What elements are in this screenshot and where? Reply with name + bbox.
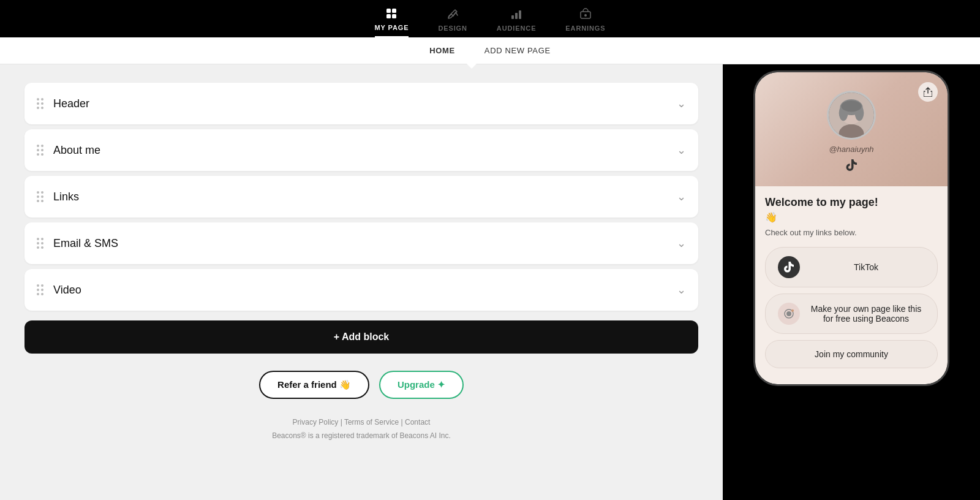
block-header[interactable]: Header ⌄ [24,83,698,124]
chevron-video[interactable]: ⌄ [677,283,686,297]
beacons-link-icon [778,303,800,325]
welcome-subtitle: Check out my links below. [765,228,938,237]
svg-point-15 [841,100,861,112]
block-header-left: Header [37,97,89,110]
svg-point-18 [791,309,794,312]
refer-friend-button[interactable]: Refer a friend 👋 [259,371,369,399]
contact-link[interactable]: Contact [405,418,430,426]
drag-handle-header[interactable] [37,98,43,109]
block-email-sms-label: Email & SMS [53,237,118,250]
chevron-email-sms[interactable]: ⌄ [677,237,686,250]
subnav-arrow [467,64,477,69]
phone-beacons-link[interactable]: Make your own page like this for free us… [765,294,938,334]
phone-share-button[interactable] [918,82,938,102]
svg-rect-1 [392,9,396,13]
block-about-me-label: About me [53,144,100,157]
beacons-link-text: Make your own page like this for free us… [807,304,925,324]
block-links-label: Links [53,191,79,203]
subnav-add-new-page[interactable]: ADD NEW PAGE [480,37,556,64]
sub-navigation: HOME ADD NEW PAGE [0,37,980,64]
phone-frame: @hanaiuynh Welcome to my page! 👋 Check o… [753,70,949,386]
trademark-text: Beacons® is a registered trademark of Be… [24,430,698,443]
svg-rect-2 [386,14,391,18]
blocks-list: Header ⌄ About me ⌄ [24,83,698,311]
svg-rect-5 [515,13,518,19]
phone-tiktok-link[interactable]: TikTok [765,247,938,287]
editor-panel: Header ⌄ About me ⌄ [0,64,723,500]
block-header-label: Header [53,97,89,110]
audience-icon [510,8,522,22]
nav-design[interactable]: DESIGN [438,8,467,37]
chevron-header[interactable]: ⌄ [677,97,686,110]
phone-screen: @hanaiuynh Welcome to my page! 👋 Check o… [755,72,948,384]
block-about-me[interactable]: About me ⌄ [24,129,698,171]
my-page-icon [385,7,398,21]
tiktok-link-text: TikTok [807,262,925,272]
drag-handle-links[interactable] [37,191,43,202]
block-video[interactable]: Video ⌄ [24,269,698,311]
block-links[interactable]: Links ⌄ [24,176,698,218]
tiktok-link-icon [778,256,800,278]
block-video-left: Video [37,284,81,297]
privacy-policy-link[interactable]: Privacy Policy [293,418,339,426]
block-email-sms[interactable]: Email & SMS ⌄ [24,222,698,264]
phone-community-link[interactable]: Join my community [765,340,938,368]
svg-rect-0 [386,9,391,13]
nav-my-page[interactable]: MY PAGE [375,7,409,37]
main-content: Header ⌄ About me ⌄ [0,64,980,500]
drag-handle-about-me[interactable] [37,145,43,156]
block-about-me-left: About me [37,144,100,157]
subnav-home[interactable]: HOME [424,37,460,64]
phone-body: Welcome to my page! 👋 Check out my links… [755,186,948,384]
drag-handle-video[interactable] [37,284,43,295]
footer-links: Privacy Policy | Terms of Service | Cont… [24,416,698,442]
svg-point-8 [584,14,587,17]
svg-point-16 [786,311,791,316]
chevron-about-me[interactable]: ⌄ [677,143,686,157]
earnings-icon [579,8,592,22]
terms-of-service-link[interactable]: Terms of Service [344,418,399,426]
nav-my-page-label: MY PAGE [375,24,409,31]
welcome-emoji: 👋 [765,211,938,223]
svg-rect-4 [511,15,514,19]
nav-audience[interactable]: AUDIENCE [497,8,537,37]
username-handle: @hanaiuynh [829,145,873,154]
community-link-text: Join my community [778,349,925,359]
top-navigation: MY PAGE DESIGN AUDIENCE EA [0,0,980,37]
upgrade-button[interactable]: Upgrade ✦ [379,371,464,399]
welcome-title: Welcome to my page! [765,196,938,209]
nav-design-label: DESIGN [438,25,467,32]
tiktok-social-icon[interactable] [846,159,857,174]
block-links-left: Links [37,191,79,203]
block-video-label: Video [53,284,81,297]
action-buttons: Refer a friend 👋 Upgrade ✦ [24,371,698,399]
nav-earnings-label: EARNINGS [565,25,605,32]
nav-earnings[interactable]: EARNINGS [565,8,605,37]
drag-handle-email-sms[interactable] [37,238,43,249]
add-block-button[interactable]: + Add block [24,320,698,354]
chevron-links[interactable]: ⌄ [677,190,686,203]
profile-avatar [827,91,876,140]
design-icon [447,8,459,22]
phone-preview: @hanaiuynh Welcome to my page! 👋 Check o… [723,64,980,500]
svg-rect-3 [392,14,396,18]
nav-audience-label: AUDIENCE [497,25,537,32]
svg-rect-6 [519,10,521,19]
block-email-sms-left: Email & SMS [37,237,118,250]
